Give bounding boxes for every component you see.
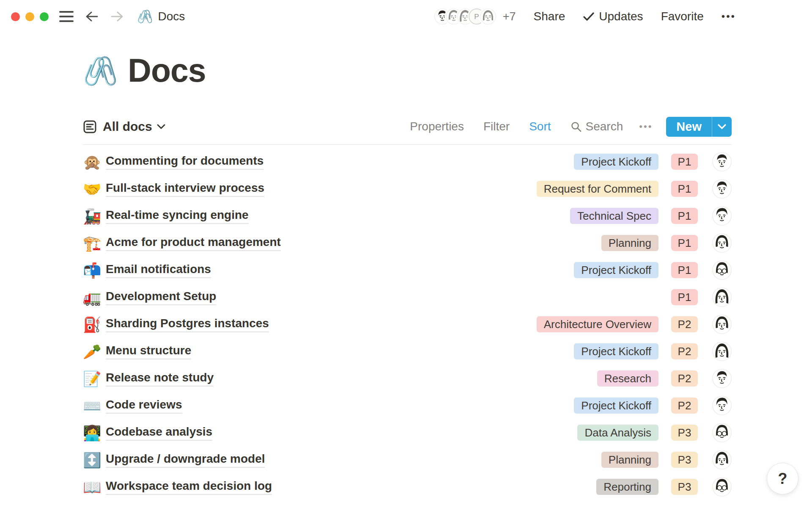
table-row[interactable]: ⌨️Code reviewsProject KickoffP2 — [83, 392, 732, 419]
doc-title-link[interactable]: Acme for product management — [106, 235, 281, 251]
doc-title-link[interactable]: Release note study — [106, 371, 214, 387]
doc-emoji-icon: 📝 — [83, 371, 106, 386]
page-paperclip-icon[interactable]: 🖇️ — [83, 57, 118, 85]
breadcrumb[interactable]: 🖇️ Docs — [137, 10, 185, 23]
assignee-avatar[interactable] — [712, 342, 732, 361]
priority-badge[interactable]: P2 — [671, 398, 698, 414]
more-options-icon[interactable]: ••• — [721, 11, 736, 22]
collaborator-avatar[interactable] — [480, 8, 496, 25]
doc-emoji-icon: 🏗️ — [83, 236, 106, 251]
window-close-button[interactable] — [11, 12, 20, 21]
doc-title-link[interactable]: Full-stack interview process — [106, 181, 264, 197]
back-arrow-icon[interactable] — [85, 10, 99, 23]
view-selector[interactable]: All docs — [83, 119, 166, 134]
doc-type-tag[interactable]: Project Kickoff — [574, 262, 658, 278]
doc-emoji-icon: ↕️ — [83, 453, 106, 467]
table-row[interactable]: 🥕Menu structureProject KickoffP2 — [83, 338, 732, 365]
priority-badge[interactable]: P2 — [671, 316, 698, 332]
assignee-avatar[interactable] — [712, 179, 732, 199]
assignee-avatar[interactable] — [712, 233, 732, 253]
doc-title-link[interactable]: Email notifications — [106, 262, 211, 278]
toolbar-more-icon[interactable]: ••• — [639, 121, 653, 132]
doc-title-link[interactable]: Commenting for documents — [106, 154, 263, 170]
assignee-avatar[interactable] — [712, 287, 732, 307]
priority-badge[interactable]: P1 — [671, 235, 698, 251]
doc-type-tag[interactable]: Planning — [601, 235, 658, 251]
table-row[interactable]: ↕️Upgrade / downgrade modelPlanningP3 — [83, 446, 732, 473]
doc-emoji-icon: 👩‍💻 — [83, 425, 106, 440]
new-button[interactable]: New — [666, 117, 732, 137]
doc-type-tag[interactable]: Project Kickoff — [574, 154, 658, 170]
checkmark-icon — [583, 11, 595, 22]
table-row[interactable]: 🤝Full-stack interview processRequest for… — [83, 175, 732, 202]
help-button[interactable]: ? — [767, 463, 798, 494]
priority-badge[interactable]: P1 — [671, 289, 698, 305]
assignee-avatar[interactable] — [712, 396, 732, 415]
doc-type-cell: Planning — [601, 452, 658, 468]
table-row[interactable]: 🏗️Acme for product managementPlanningP1 — [83, 229, 732, 257]
doc-type-tag[interactable]: Technical Spec — [570, 208, 658, 224]
assignee-avatar[interactable] — [712, 206, 732, 226]
sidebar-menu-icon[interactable] — [59, 11, 74, 22]
doc-type-tag[interactable]: Architecture Overview — [537, 316, 658, 332]
priority-badge[interactable]: P2 — [671, 343, 698, 359]
assignee-avatar[interactable] — [712, 450, 732, 469]
doc-type-cell: Project Kickoff — [574, 154, 658, 170]
doc-type-tag[interactable]: Planning — [601, 452, 658, 468]
doc-type-cell: Project Kickoff — [574, 398, 658, 414]
doc-type-tag[interactable]: Project Kickoff — [574, 343, 658, 359]
new-button-chevron-icon[interactable] — [712, 117, 732, 137]
window-zoom-button[interactable] — [40, 12, 49, 21]
assignee-avatar[interactable] — [712, 152, 732, 171]
doc-title-link[interactable]: Workspace team decision log — [106, 479, 272, 495]
assignee-avatar[interactable] — [712, 423, 732, 442]
window-minimize-button[interactable] — [25, 12, 34, 21]
updates-button[interactable]: Updates — [583, 10, 643, 23]
properties-button[interactable]: Properties — [410, 120, 464, 133]
priority-badge[interactable]: P2 — [671, 370, 698, 387]
table-row[interactable]: 🚂Real-time syncing engineTechnical SpecP… — [83, 202, 732, 229]
collaborator-overflow-count[interactable]: +7 — [503, 10, 516, 23]
breadcrumb-paperclip-icon: 🖇️ — [137, 10, 153, 23]
assignee-avatar[interactable] — [712, 315, 732, 334]
doc-type-tag[interactable]: Project Kickoff — [574, 398, 658, 414]
assignee-avatar[interactable] — [712, 477, 732, 497]
doc-title-link[interactable]: Sharding Postgres instances — [106, 317, 269, 332]
table-row[interactable]: 🚛Development SetupP1 — [83, 284, 732, 311]
doc-title-link[interactable]: Development Setup — [106, 290, 216, 305]
table-row[interactable]: 👩‍💻Codebase analysisData AnalysisP3 — [83, 419, 732, 446]
doc-title-link[interactable]: Codebase analysis — [106, 425, 212, 441]
forward-arrow-icon[interactable] — [110, 10, 124, 23]
new-button-label[interactable]: New — [666, 117, 712, 137]
doc-type-tag[interactable]: Data Analysis — [577, 425, 658, 441]
table-row[interactable]: 📖Workspace team decision logReportingP3 — [83, 473, 732, 500]
doc-type-tag[interactable]: Request for Comment — [537, 181, 658, 197]
doc-title-link[interactable]: Real-time syncing engine — [106, 208, 249, 224]
doc-title-link[interactable]: Upgrade / downgrade model — [106, 452, 265, 468]
sort-button[interactable]: Sort — [529, 120, 551, 133]
priority-badge[interactable]: P1 — [671, 208, 698, 224]
share-button[interactable]: Share — [534, 10, 565, 23]
search-button[interactable]: Search — [571, 120, 623, 133]
priority-badge[interactable]: P3 — [671, 452, 698, 468]
doc-type-tag[interactable]: Reporting — [596, 479, 658, 495]
priority-badge[interactable]: P3 — [671, 479, 698, 495]
collaborator-avatar-stack[interactable]: P — [434, 8, 496, 25]
assignee-avatar[interactable] — [712, 260, 732, 280]
priority-badge[interactable]: P3 — [671, 425, 698, 441]
favorite-button[interactable]: Favorite — [661, 10, 704, 23]
priority-badge[interactable]: P1 — [671, 181, 698, 197]
priority-badge[interactable]: P1 — [671, 262, 698, 278]
table-row[interactable]: ⛽Sharding Postgres instancesArchitecture… — [83, 311, 732, 338]
doc-title-link[interactable]: Menu structure — [106, 344, 191, 359]
priority-badge[interactable]: P1 — [671, 154, 698, 170]
doc-type-tag[interactable]: Research — [597, 370, 658, 387]
table-row[interactable]: 🙊Commenting for documentsProject Kickoff… — [83, 148, 732, 175]
filter-button[interactable]: Filter — [483, 120, 510, 133]
assignee-avatar[interactable] — [712, 369, 732, 388]
view-selector-label: All docs — [103, 119, 152, 134]
doc-emoji-icon: 🥕 — [83, 344, 106, 359]
table-row[interactable]: 📝Release note studyResearchP2 — [83, 365, 732, 392]
table-row[interactable]: 📬Email notificationsProject KickoffP1 — [83, 257, 732, 284]
doc-title-link[interactable]: Code reviews — [106, 398, 182, 414]
